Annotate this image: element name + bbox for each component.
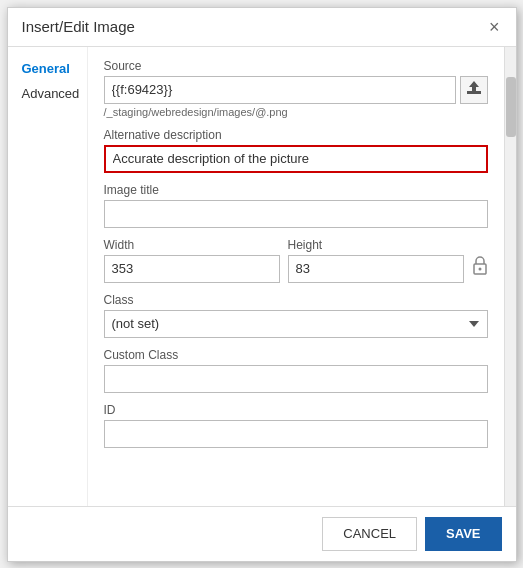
dialog-titlebar: Insert/Edit Image × bbox=[8, 8, 516, 47]
insert-edit-image-dialog: Insert/Edit Image × General Advanced Sou… bbox=[7, 7, 517, 562]
sidebar: General Advanced bbox=[8, 47, 88, 506]
cancel-button[interactable]: CANCEL bbox=[322, 517, 417, 551]
source-group: Source /_staging/webredesign/image bbox=[104, 59, 488, 118]
source-row bbox=[104, 76, 488, 104]
image-title-label: Image title bbox=[104, 183, 488, 197]
upload-icon bbox=[466, 80, 482, 99]
height-input[interactable] bbox=[288, 255, 464, 283]
sidebar-item-general[interactable]: General bbox=[18, 59, 77, 78]
class-label: Class bbox=[104, 293, 488, 307]
width-label: Width bbox=[104, 238, 280, 252]
sidebar-item-advanced[interactable]: Advanced bbox=[18, 84, 77, 103]
svg-rect-1 bbox=[467, 93, 481, 94]
svg-marker-2 bbox=[469, 81, 479, 91]
custom-class-input[interactable] bbox=[104, 365, 488, 393]
image-title-input[interactable] bbox=[104, 200, 488, 228]
alt-desc-label: Alternative description bbox=[104, 128, 488, 142]
id-input[interactable] bbox=[104, 420, 488, 448]
source-label: Source bbox=[104, 59, 488, 73]
dimensions-group: Width Height bbox=[104, 238, 488, 283]
main-content: Source /_staging/webredesign/image bbox=[88, 47, 504, 506]
id-label: ID bbox=[104, 403, 488, 417]
svg-rect-0 bbox=[467, 91, 481, 93]
close-button[interactable]: × bbox=[487, 18, 502, 36]
height-group: Height bbox=[288, 238, 464, 283]
upload-button[interactable] bbox=[460, 76, 488, 104]
class-group: Class (not set) img-fluid img-thumbnail … bbox=[104, 293, 488, 338]
width-group: Width bbox=[104, 238, 280, 283]
dialog-footer: CANCEL SAVE bbox=[8, 506, 516, 561]
id-group: ID bbox=[104, 403, 488, 448]
save-button[interactable]: SAVE bbox=[425, 517, 501, 551]
svg-point-4 bbox=[478, 268, 481, 271]
source-input[interactable] bbox=[104, 76, 456, 104]
width-input[interactable] bbox=[104, 255, 280, 283]
alt-desc-input[interactable] bbox=[104, 145, 488, 173]
class-select[interactable]: (not set) img-fluid img-thumbnail rounde… bbox=[104, 310, 488, 338]
alt-desc-group: Alternative description bbox=[104, 128, 488, 173]
dialog-body: General Advanced Source bbox=[8, 47, 516, 506]
custom-class-label: Custom Class bbox=[104, 348, 488, 362]
dialog-title: Insert/Edit Image bbox=[22, 18, 135, 35]
image-title-group: Image title bbox=[104, 183, 488, 228]
dim-row: Width Height bbox=[104, 238, 488, 283]
custom-class-group: Custom Class bbox=[104, 348, 488, 393]
scrollbar-track[interactable] bbox=[504, 47, 516, 506]
file-path: /_staging/webredesign/images/@.png bbox=[104, 106, 488, 118]
scrollbar-thumb[interactable] bbox=[506, 77, 516, 137]
height-label: Height bbox=[288, 238, 464, 252]
lock-icon[interactable] bbox=[472, 255, 488, 279]
